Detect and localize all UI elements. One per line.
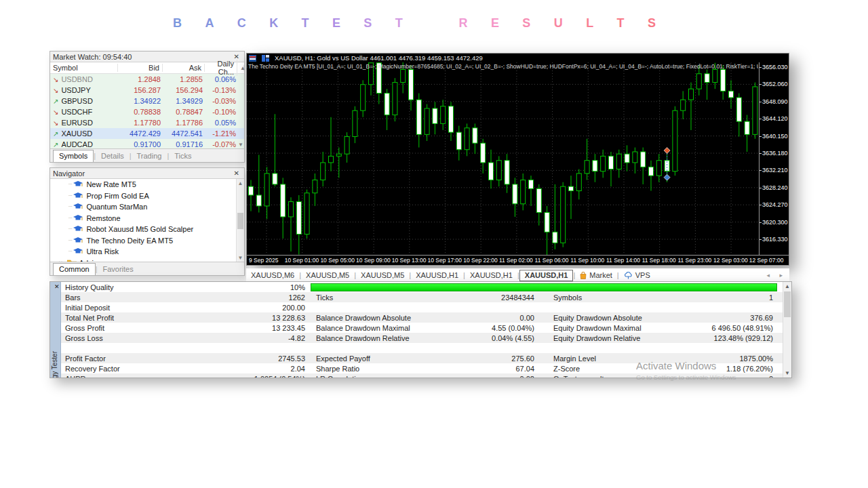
scroll-down-icon[interactable]: ▼	[783, 370, 791, 376]
stat-label: Gross Loss	[61, 334, 252, 342]
chart-tab-xauusd-m5[interactable]: XAUUSD,M5	[356, 270, 409, 281]
tab-vps[interactable]: VPS	[619, 270, 655, 281]
scrollbar-thumb[interactable]	[784, 291, 791, 317]
candlestick-chart[interactable]	[247, 62, 760, 256]
column-bid[interactable]: Bid	[118, 64, 163, 72]
price-label: 3616.330	[762, 236, 788, 243]
scrollbar-thumb[interactable]	[237, 213, 243, 229]
item-label: Quantum StarMan	[86, 203, 147, 211]
stat-label: Equity Drawdown Maximal	[548, 324, 705, 332]
trend-up-icon: ↗	[53, 98, 58, 105]
chart-tab-xauusd-m5[interactable]: XAUUSD,M5	[301, 270, 354, 281]
candle	[601, 156, 606, 171]
banner-title: BACKTESTRESULTS	[173, 16, 656, 30]
symbol-name: XAUUSD	[61, 129, 92, 138]
market-watch-row-gbpusd[interactable]: ↗GBPUSD1.349221.34929-0.03%	[50, 96, 244, 106]
price-label: 3620.300	[762, 219, 788, 226]
item-label: Remstone	[86, 214, 120, 222]
navigator-item-quantum-starman[interactable]: ┈Quantum StarMan	[50, 201, 244, 213]
price-tick	[760, 84, 762, 85]
navigator-tabs: Common|Favorites	[50, 262, 244, 275]
scroll-up-icon[interactable]: ▲	[783, 283, 791, 289]
tab-details[interactable]: Details	[96, 150, 130, 162]
banner-letter: C	[237, 16, 246, 30]
stat-label: Balance Drawdown Absolute	[311, 314, 473, 322]
stat-value: 1875.00%	[705, 354, 776, 363]
candle	[304, 193, 309, 235]
item-label: Robot Xauusd Mt5 Gold Scalper	[86, 225, 193, 233]
column-symbol[interactable]: Symbol	[50, 64, 118, 72]
price-label: 3644.120	[762, 115, 788, 122]
stat-value: 23484344	[473, 293, 534, 302]
price-label: 3636.180	[762, 150, 788, 157]
tab-ticks[interactable]: Ticks	[169, 150, 197, 162]
expert-advisor-icon	[73, 181, 83, 188]
banner-letter: U	[554, 16, 563, 30]
chart-window[interactable]: XAUUSD, H1: Gold vs US Dollar 4461.001 4…	[246, 53, 789, 266]
chart-tab-xauusd-h1[interactable]: XAUUSD,H1	[465, 270, 517, 281]
candle	[409, 69, 414, 100]
symbol-cell: ↗AUDCAD	[50, 140, 118, 148]
candle	[336, 154, 341, 156]
navigator-item-the-techno-deity-ea-mt5[interactable]: ┈The Techno Deity EA MT5	[50, 235, 244, 247]
scroll-down-icon[interactable]: ▼	[237, 142, 244, 148]
market-watch-row-eurusd[interactable]: ↘EURUSD1.177801.177860.05%	[50, 117, 244, 128]
navigator-scrollbar[interactable]: ▲▼	[236, 179, 244, 262]
market-watch-header: Symbol Bid Ask Daily Ch... ▲	[50, 62, 244, 74]
navigator-item-remstone[interactable]: ┈Remstone	[50, 213, 244, 224]
tab-market[interactable]: Market	[575, 270, 617, 281]
stat-label: Profit Factor	[61, 354, 252, 363]
candle	[649, 167, 654, 176]
candle	[696, 74, 701, 89]
market-watch-rows: ↘USDBND1.28481.28550.06%↘USDJPY156.28715…	[50, 74, 244, 150]
market-watch-row-usdbnd[interactable]: ↘USDBND1.28481.28550.06%	[50, 74, 244, 85]
navigator-item-robot-xauusd-mt5-gold-scalper[interactable]: ┈Robot Xauusd Mt5 Gold Scalper	[50, 224, 244, 235]
tab-favorites[interactable]: Favorites	[97, 264, 138, 275]
tester-scrollbar[interactable]: ▲ ▼	[783, 282, 791, 378]
tab-scroll-arrows[interactable]: ◂ ▸	[766, 272, 789, 279]
trend-up-icon: ↗	[53, 130, 58, 138]
candle	[593, 161, 597, 171]
tree-line: ┈	[68, 181, 72, 188]
market-watch-row-usdchf[interactable]: ↘USDCHF0.788380.78847-0.10%	[50, 106, 244, 117]
market-watch-row-usdjpy[interactable]: ↘USDJPY156.287156.294-0.13%	[50, 85, 244, 96]
candle	[496, 161, 501, 180]
ask-value: 4472.541	[163, 129, 205, 138]
tree-line: ┈	[68, 226, 72, 232]
close-icon[interactable]: ✕	[232, 169, 241, 177]
market-watch-title: Market Watch: 09:54:40	[53, 53, 132, 61]
chart-plot-area[interactable]: The Techno Deity EA MT5 [UI_01_A=; UI_01…	[247, 62, 760, 256]
bid-value: 1.17780	[118, 119, 163, 127]
candle	[553, 232, 557, 243]
banner-letter: E	[491, 16, 499, 30]
navigator-item-new-rate-mt5[interactable]: ┈New Rate MT5	[50, 179, 244, 190]
candle	[273, 174, 277, 184]
navigator-panel: Navigator ✕ ┈New Rate MT5┈Prop Firm Gold…	[50, 167, 245, 276]
tab-symbols[interactable]: Symbols	[53, 150, 94, 162]
stat-label: Equity Drawdown Absolute	[548, 314, 705, 322]
close-icon[interactable]: ✕	[52, 283, 62, 290]
market-watch-row-xauusd[interactable]: ↗XAUUSD4472.4294472.541-1.21%	[50, 128, 244, 139]
chart-tab-xauusd-m6[interactable]: XAUUSD,M6	[246, 270, 299, 281]
scroll-up-icon[interactable]: ▲	[237, 65, 244, 71]
navigator-item-ultra-risk[interactable]: ┈Ultra Risk	[50, 246, 244, 258]
symbol-name: USDBND	[61, 75, 92, 83]
daily-change-value: 0.05%	[205, 119, 237, 127]
tab-common[interactable]: Common	[53, 263, 96, 275]
stat-label: Equity Drawdown Relative	[548, 334, 705, 342]
navigator-item-prop-firm-gold-ea[interactable]: ┈Prop Firm Gold EA	[50, 190, 244, 202]
daily-change-value: -0.03%	[205, 97, 237, 105]
stat-label: OnTester result	[548, 375, 705, 379]
scroll-down-icon[interactable]: ▼	[237, 255, 244, 261]
time-label: 11 Sep 23:00	[677, 257, 711, 264]
time-axis[interactable]: 9 Sep 202510 Sep 01:0010 Sep 05:0010 Sep…	[247, 255, 789, 265]
stat-value: 0.04% (4.55)	[473, 334, 534, 342]
candle	[545, 213, 549, 232]
price-axis[interactable]: 3656.0303652.0603648.0903644.1203640.150…	[760, 62, 789, 256]
column-ask[interactable]: Ask	[163, 64, 205, 72]
tab-trading[interactable]: Trading	[132, 150, 167, 162]
chart-tab-xauusd-h1-active[interactable]: XAUUSD,H1	[519, 270, 574, 281]
scroll-up-icon[interactable]: ▲	[237, 180, 244, 186]
chart-tab-xauusd-h1[interactable]: XAUUSD,H1	[411, 270, 463, 281]
column-daily-change[interactable]: Daily Ch...	[205, 60, 237, 76]
